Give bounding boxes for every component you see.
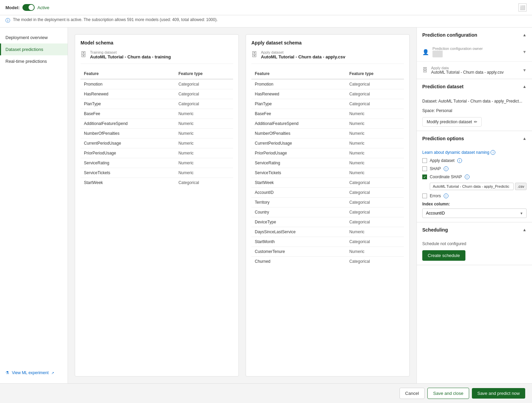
feature-type: Numeric [346, 109, 404, 119]
table-row: DaysSinceLastServiceNumeric [251, 227, 404, 237]
person-icon: 👤 [422, 49, 429, 55]
feature-name: AdditionalFeatureSpend [251, 119, 346, 129]
table-row: CurrentPeriodUsageNumeric [81, 139, 233, 148]
index-column-label: Index column: [422, 202, 527, 206]
learn-info-icon[interactable]: i [491, 150, 495, 155]
table-row: StartWeekCategorical [81, 178, 233, 188]
feature-name: PlanType [251, 99, 346, 109]
coord-shap-option-label: Coordinate SHAP [430, 175, 462, 179]
sidebar-item-dataset-predictions[interactable]: Dataset predictions [0, 43, 68, 55]
learn-link[interactable]: Learn about dynamic dataset naming i [422, 150, 527, 155]
table-row: AccountIDCategorical [251, 188, 404, 198]
feature-type: Numeric [175, 139, 233, 148]
feature-type: Categorical [175, 99, 233, 109]
create-schedule-button[interactable]: Create schedule [422, 250, 465, 261]
table-row: PriorPeriodUsageNumeric [81, 148, 233, 158]
coord-shap-info-icon[interactable]: i [465, 175, 469, 179]
prediction-options-section: Prediction options ▲ Learn about dynamic… [417, 131, 532, 222]
modify-prediction-dataset-button[interactable]: Modify prediction dataset ✏ [422, 117, 482, 127]
table-row: CurrentPeriodUsageNumeric [251, 139, 404, 148]
feature-type: Numeric [175, 148, 233, 158]
table-row: BaseFeeNumeric [81, 109, 233, 119]
model-col-type: Feature type [175, 69, 233, 79]
feature-name: StartWeek [251, 178, 346, 188]
table-row: NumberOfPenaltiesNumeric [81, 129, 233, 139]
save-predict-button[interactable]: Save and predict now [472, 388, 525, 399]
info-circle-icon: ⓘ [5, 18, 10, 24]
feature-name: CustomerTenure [251, 247, 346, 257]
feature-type: Numeric [346, 119, 404, 129]
external-link-icon: ↗ [51, 371, 54, 375]
experiment-icon: ⚗ [5, 370, 9, 375]
feature-name: StartMonth [251, 237, 346, 247]
owner-content: Prediction configuration owner [432, 47, 519, 57]
feature-type: Categorical [346, 207, 404, 217]
index-column-wrapper[interactable]: AccountID [422, 208, 527, 218]
feature-type: Numeric [346, 168, 404, 178]
feature-name: BaseFee [251, 109, 346, 119]
model-col-feature: Feature [81, 69, 175, 79]
coord-shap-input[interactable] [430, 183, 514, 190]
expand-icon[interactable]: ⬜ [518, 3, 527, 12]
errors-info-icon[interactable]: i [444, 194, 448, 198]
feature-type: Categorical [346, 217, 404, 227]
owner-label: Prediction configuration owner [432, 47, 519, 51]
owner-row: 👤 Prediction configuration owner ▼ [417, 42, 532, 62]
feature-type: Numeric [346, 129, 404, 139]
apply-dataset-option-label: Apply dataset [430, 158, 455, 163]
feature-type: Categorical [175, 79, 233, 89]
cancel-button[interactable]: Cancel [400, 388, 425, 399]
feature-type: Numeric [175, 129, 233, 139]
table-row: PlanTypeCategorical [251, 99, 404, 109]
create-schedule-label: Create schedule [428, 253, 460, 258]
model-dataset-header: 🗄 Training dataset AutoML Tutorial - Chu… [81, 50, 233, 64]
feature-name: ServiceTickets [251, 168, 346, 178]
apply-dataset-label: Apply dataset [261, 50, 345, 54]
apply-schema-panel: Apply dataset schema 🗄 Apply dataset Aut… [246, 34, 410, 377]
apply-data-value: AutoML Tutorial - Churn data - apply.csv [431, 70, 519, 75]
prediction-dataset-body: Dataset: AutoML Tutorial - Churn data - … [417, 94, 532, 131]
sidebar-item-deployment-overview[interactable]: Deployment overview [0, 32, 68, 43]
feature-name: NumberOfPenalties [81, 129, 175, 139]
apply-dataset-checkbox[interactable] [422, 158, 427, 163]
learn-link-text: Learn about dynamic dataset naming [422, 150, 489, 155]
apply-col-type: Feature type [346, 69, 404, 79]
prediction-options-header[interactable]: Prediction options ▲ [417, 131, 532, 146]
prediction-dataset-text: Dataset: AutoML Tutorial - Churn data - … [422, 98, 527, 104]
model-toggle[interactable] [22, 4, 35, 11]
info-text: The model in the deployment is active. T… [13, 17, 218, 22]
owner-chevron[interactable]: ▼ [522, 50, 527, 54]
view-experiment-link[interactable]: ⚗ View ML experiment ↗ [0, 366, 68, 379]
prediction-dataset-header[interactable]: Prediction dataset ▲ [417, 79, 532, 94]
scheduling-title: Scheduling [422, 227, 448, 233]
index-column-select[interactable]: AccountID [422, 208, 527, 218]
feature-type: Numeric [175, 119, 233, 129]
options-body: Learn about dynamic dataset naming i App… [417, 146, 532, 222]
scheduling-chevron: ▲ [522, 227, 527, 232]
feature-name: Promotion [251, 79, 346, 89]
scheduling-header[interactable]: Scheduling ▲ [417, 222, 532, 237]
sidebar-item-realtime-predictions[interactable]: Real-time predictions [0, 55, 68, 67]
apply-data-chevron[interactable]: ▼ [522, 68, 527, 73]
save-predict-label: Save and predict now [477, 391, 520, 396]
table-row: HasRenewedCategorical [251, 89, 404, 99]
save-close-button[interactable]: Save and close [427, 388, 469, 399]
feature-name: DeviceType [251, 217, 346, 227]
errors-checkbox[interactable] [422, 194, 427, 198]
table-row: PromotionCategorical [81, 79, 233, 89]
prediction-config-header[interactable]: Prediction configuration ▲ [417, 28, 532, 42]
shap-info-icon[interactable]: i [444, 166, 448, 171]
feature-type: Numeric [346, 139, 404, 148]
feature-name: BaseFee [81, 109, 175, 119]
feature-name: NumberOfPenalties [251, 129, 346, 139]
apply-dataset-info-icon[interactable]: i [457, 158, 462, 163]
model-schema-table: Feature Feature type PromotionCategorica… [81, 69, 233, 187]
errors-option: Errors i [422, 194, 527, 198]
feature-type: Categorical [346, 178, 404, 188]
schedule-not-configured: Schedule not configured [422, 241, 527, 246]
feature-type: Categorical [346, 79, 404, 89]
feature-type: Categorical [175, 178, 233, 188]
coord-shap-checkbox[interactable]: ✓ [422, 175, 427, 179]
table-row: ServiceTicketsNumeric [81, 168, 233, 178]
shap-checkbox[interactable] [422, 166, 427, 171]
